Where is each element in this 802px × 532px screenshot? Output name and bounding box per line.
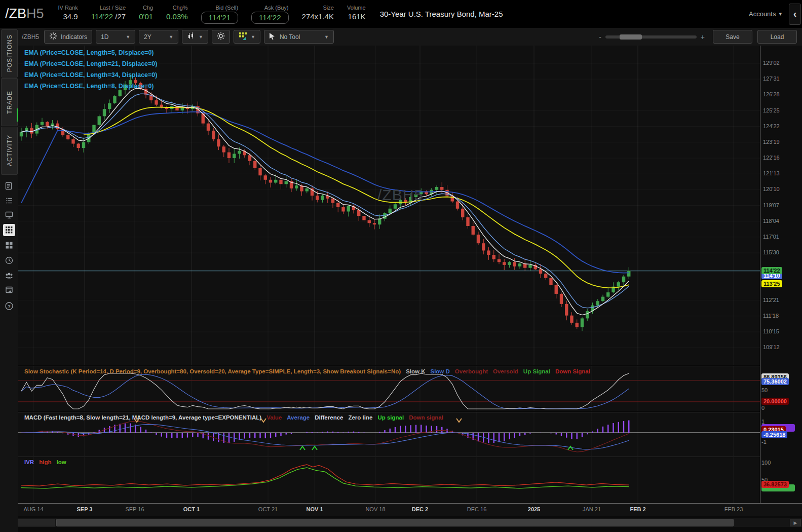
date-axis-label: NOV 18 <box>365 506 385 512</box>
chevron-down-icon: ▼ <box>251 34 255 40</box>
symbol-title: /ZBH5 <box>5 6 44 22</box>
field-value: 114'22 /27 <box>91 11 126 22</box>
ema-label: EMA (Price=CLOSE, Length=5, Displace=0) <box>24 47 157 58</box>
chevron-down-icon: ▾ <box>779 11 782 17</box>
subpanel-axis-label: 1 <box>761 419 765 425</box>
chart-settings-button[interactable] <box>212 30 230 44</box>
macd-legend: ValueAverageDifferenceZero lineUp signal… <box>261 414 443 421</box>
trading-platform-window: /ZBH5 IV Rank34.9Last / Size114'22 /27Ch… <box>0 0 802 532</box>
calendar-icon[interactable] <box>3 284 15 296</box>
stochastic-panel: Slow Stochastic (K Period=14, D Period=9… <box>18 366 760 411</box>
chart-grid-icon[interactable] <box>3 224 15 236</box>
range-dropdown[interactable]: 2Y▼ <box>139 30 178 44</box>
sidebar-tab-positions[interactable]: POSITIONS <box>1 29 18 78</box>
date-axis: AUG 14SEP 3SEP 16OCT 1OCT 21NOV 1NOV 18D… <box>18 503 802 516</box>
quote-field-chg: Chg0'01 <box>139 4 153 22</box>
ivr-legend: highlow <box>34 459 66 465</box>
scrollbar-right-arrow[interactable]: ▶ <box>790 519 801 526</box>
chevron-down-icon: ▼ <box>169 34 173 40</box>
field-value: 0'01 <box>139 11 153 22</box>
monitor-icon[interactable] <box>3 209 15 221</box>
indicators-button[interactable]: Indicators <box>44 30 92 44</box>
load-button[interactable]: Load <box>757 30 797 44</box>
legend-item: high <box>39 459 51 465</box>
macd-title-row: MACD (Fast length=8, Slow length=21, MAC… <box>24 414 443 421</box>
sidebar-tab-trade[interactable]: TRADE <box>1 78 18 126</box>
axis-separator-line <box>760 46 760 516</box>
news-icon[interactable] <box>3 180 15 192</box>
macd-up-signal-arrow <box>300 446 305 450</box>
price-axis-label: 127'31 <box>763 75 780 82</box>
legend-item: Overbought <box>455 368 488 374</box>
accounts-label: Accounts <box>749 10 776 18</box>
community-icon[interactable] <box>3 270 15 282</box>
quote-fields: IV Rank34.9Last / Size114'22 /27Chg0'01C… <box>58 4 379 24</box>
chart-scrollbar: ▶ <box>18 518 802 527</box>
ema-study-labels: EMA (Price=CLOSE, Length=5, Displace=0)E… <box>24 47 157 92</box>
date-axis-label: JAN 21 <box>583 506 601 512</box>
pattern-grid-icon <box>239 32 247 42</box>
ivr-canvas[interactable] <box>18 457 760 503</box>
drawing-tool-dropdown[interactable]: No Tool ▼ <box>264 30 334 44</box>
sidebar-tab-label: POSITIONS <box>6 34 13 72</box>
scrollbar-left-stub[interactable] <box>18 519 55 526</box>
main-chart-canvas[interactable] <box>18 46 760 365</box>
help-icon[interactable]: ? <box>3 300 15 312</box>
chevron-down-icon: ▼ <box>324 34 329 40</box>
date-axis-label: SEP 16 <box>125 506 144 512</box>
price-axis-label: 126'28 <box>763 91 780 97</box>
price-badge: 114'22 <box>761 267 782 274</box>
price-axis-label: 112'21 <box>763 297 779 303</box>
price-axis-label: 118'04 <box>763 218 779 224</box>
scrollbar-thumb[interactable] <box>56 519 734 526</box>
price-axis-label: 122'16 <box>763 155 780 161</box>
quote-field-ask-buy-[interactable]: Ask (Buy)114'22 <box>251 4 288 24</box>
accounts-dropdown[interactable]: Accounts▾ <box>749 10 782 18</box>
zoom-in-button[interactable]: + <box>701 33 705 41</box>
subpanel-axis-label: 0 <box>761 405 765 411</box>
legend-item: Slow K <box>406 368 425 374</box>
chart-watermark: /ZBH5 <box>377 186 423 204</box>
chevron-down-icon: ▼ <box>126 34 130 40</box>
legend-item: Slow D <box>430 368 449 374</box>
price-axis: 129'02127'31126'28125'25124'22123'19122'… <box>760 46 802 516</box>
watchlist-icon[interactable] <box>3 195 15 207</box>
sidebar-tab-activity[interactable]: ACTIVITY <box>1 127 18 175</box>
field-value: 161K <box>348 11 366 22</box>
indicators-icon <box>49 32 57 42</box>
ema-label: EMA (Price=CLOSE, Length=21, Displace=0) <box>24 58 157 69</box>
subpanel-axis-label: 50 <box>761 387 768 393</box>
dashboard-icon[interactable] <box>3 239 15 251</box>
timeframe-dropdown[interactable]: 1D▼ <box>96 30 135 44</box>
chart-type-dropdown[interactable]: ▼ <box>182 30 208 44</box>
legend-item: Up Signal <box>523 368 550 374</box>
pattern-tools-dropdown[interactable]: ▼ <box>234 30 260 44</box>
price-axis-label: 124'22 <box>763 123 780 129</box>
quote-field-bid-sell-[interactable]: Bid (Sell)114'21 <box>201 4 238 24</box>
date-axis-label: AUG 14 <box>23 506 43 512</box>
price-axis-label: 129'02 <box>763 60 780 66</box>
collapse-panel-button[interactable]: ‹ <box>789 4 801 25</box>
price-axis-label: 121'13 <box>763 170 780 176</box>
subpanel-axis-label: 75.36002 <box>761 378 789 385</box>
stochastic-title-row: Slow Stochastic (K Period=14, D Period=9… <box>24 368 590 374</box>
ivr-title: IVR <box>24 459 34 465</box>
ema-label: EMA (Price=CLOSE, Length=8, Displace=0) <box>24 81 157 92</box>
field-value: 114'21 <box>201 12 238 24</box>
legend-item: Zero line <box>348 414 372 421</box>
clock-icon[interactable] <box>3 254 15 267</box>
price-axis-label: 117'01 <box>763 234 779 240</box>
zoom-out-button[interactable]: - <box>599 33 601 41</box>
legend-item: Average <box>287 414 310 421</box>
left-sidebar: POSITIONSTRADEACTIVITY? <box>0 28 18 532</box>
zoom-slider-thumb[interactable] <box>620 34 642 40</box>
candlestick-icon <box>187 32 195 42</box>
zoom-slider[interactable] <box>605 35 697 39</box>
price-axis-label: 119'07 <box>763 202 779 208</box>
quote-field-chg%: Chg%0.03% <box>166 4 188 22</box>
legend-item: Down signal <box>409 414 443 421</box>
field-label: Bid (Sell) <box>215 4 238 11</box>
save-button[interactable]: Save <box>713 30 752 44</box>
field-value: 114'22 <box>251 12 288 24</box>
ema-label: EMA (Price=CLOSE, Length=34, Displace=0) <box>24 69 157 81</box>
